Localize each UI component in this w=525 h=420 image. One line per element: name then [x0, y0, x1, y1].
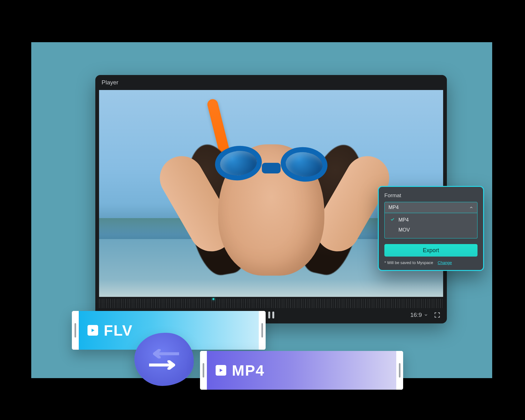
fullscreen-icon[interactable]: [434, 312, 441, 318]
export-note-text: * Will be saved to Myspace: [384, 260, 433, 265]
chip-label: FLV: [104, 322, 133, 339]
convert-swap-icon[interactable]: [134, 333, 194, 386]
player-title-text: Player: [102, 79, 118, 86]
format-select[interactable]: MP4: [384, 202, 478, 213]
clip-handle-left[interactable]: [72, 311, 79, 350]
video-subject-goggles: [215, 146, 328, 187]
clip-handle-left[interactable]: [200, 351, 207, 390]
arrow-right-icon: [149, 360, 179, 370]
export-save-note: * Will be saved to Myspace Change: [384, 260, 478, 265]
format-option-label: MOV: [398, 227, 410, 233]
clip-handle-right[interactable]: [396, 351, 403, 390]
format-option-mp4[interactable]: MP4: [385, 215, 477, 225]
change-location-link[interactable]: Change: [438, 260, 452, 265]
playhead-indicator[interactable]: [212, 298, 214, 300]
clip-handle-right[interactable]: [259, 311, 266, 350]
export-panel: Format MP4 MP4 MOV Export * Will be save…: [378, 186, 484, 271]
check-icon: [390, 217, 395, 223]
format-option-mov[interactable]: MOV: [385, 225, 477, 235]
timeline-ruler[interactable]: [99, 299, 443, 308]
chip-body: MP4: [207, 351, 396, 390]
format-selected-value: MP4: [388, 205, 399, 210]
aspect-ratio-selector[interactable]: 16:9: [410, 312, 428, 318]
arrow-left-icon: [149, 349, 179, 358]
player-title: Player: [95, 75, 447, 90]
chevron-up-icon: [469, 205, 473, 210]
app-canvas: Player 16:9: [31, 42, 492, 378]
format-chip-mp4[interactable]: MP4: [200, 351, 403, 390]
svg-marker-0: [92, 329, 94, 332]
format-options: MP4 MOV: [384, 213, 478, 238]
play-icon: [88, 325, 98, 336]
export-button[interactable]: Export: [384, 244, 478, 257]
chevron-down-icon: [424, 313, 428, 317]
play-icon: [216, 365, 226, 376]
pause-button[interactable]: [268, 312, 274, 318]
format-label: Format: [384, 192, 478, 199]
svg-marker-1: [220, 369, 222, 372]
chip-label: MP4: [232, 362, 265, 379]
format-option-label: MP4: [398, 217, 409, 223]
aspect-ratio-value: 16:9: [410, 312, 422, 318]
